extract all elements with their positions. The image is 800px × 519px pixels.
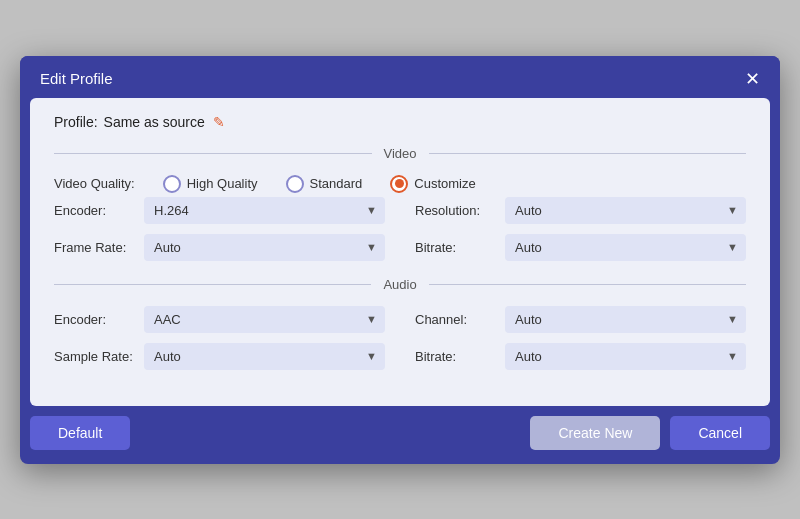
video-section-divider: Video xyxy=(54,146,746,161)
audio-samplerate-select-wrap: Auto 44100 48000 96000 ▼ xyxy=(144,343,385,370)
audio-channel-row: Channel: Auto Mono Stereo 5.1 ▼ xyxy=(415,306,746,333)
dialog-content: Profile: Same as source ✎ Video Video Qu… xyxy=(30,98,770,406)
profile-row: Profile: Same as source ✎ xyxy=(54,114,746,130)
profile-value: Same as source xyxy=(104,114,205,130)
audio-channel-select-wrap: Auto Mono Stereo 5.1 ▼ xyxy=(505,306,746,333)
audio-samplerate-label: Sample Rate: xyxy=(54,349,134,364)
radio-high-quality[interactable]: High Quality xyxy=(163,175,258,193)
video-quality-label: Video Quality: xyxy=(54,176,135,191)
edit-icon[interactable]: ✎ xyxy=(213,114,225,130)
video-form-grid: Encoder: H.264 H.265 MPEG-4 ▼ Resolution… xyxy=(54,197,746,261)
video-bitrate-select-wrap: Auto 1000k 2000k 4000k ▼ xyxy=(505,234,746,261)
video-framerate-row: Frame Rate: Auto 24 30 60 ▼ xyxy=(54,234,385,261)
audio-bitrate-select[interactable]: Auto 128k 192k 256k 320k xyxy=(505,343,746,370)
audio-form-grid: Encoder: AAC MP3 AC3 ▼ Channel: xyxy=(54,306,746,370)
default-button[interactable]: Default xyxy=(30,416,130,450)
audio-encoder-select-wrap: AAC MP3 AC3 ▼ xyxy=(144,306,385,333)
radio-outer-high xyxy=(163,175,181,193)
dialog-title: Edit Profile xyxy=(40,70,113,87)
video-resolution-row: Resolution: Auto 1920x1080 1280x720 ▼ xyxy=(415,197,746,224)
audio-bitrate-row: Bitrate: Auto 128k 192k 256k 320k ▼ xyxy=(415,343,746,370)
radio-high-quality-label: High Quality xyxy=(187,176,258,191)
title-bar: Edit Profile ✕ xyxy=(20,56,780,98)
dialog-footer: Default Create New Cancel xyxy=(20,416,780,464)
radio-standard[interactable]: Standard xyxy=(286,175,363,193)
video-resolution-label: Resolution: xyxy=(415,203,495,218)
audio-section-title: Audio xyxy=(371,277,428,292)
audio-bitrate-label: Bitrate: xyxy=(415,349,495,364)
profile-label: Profile: xyxy=(54,114,98,130)
video-resolution-select-wrap: Auto 1920x1080 1280x720 ▼ xyxy=(505,197,746,224)
audio-section: Audio Encoder: AAC MP3 AC3 ▼ xyxy=(54,277,746,370)
radio-standard-label: Standard xyxy=(310,176,363,191)
edit-profile-dialog: Edit Profile ✕ Profile: Same as source ✎… xyxy=(20,56,780,464)
video-bitrate-label: Bitrate: xyxy=(415,240,495,255)
radio-outer-customize xyxy=(390,175,408,193)
video-framerate-label: Frame Rate: xyxy=(54,240,134,255)
audio-section-divider: Audio xyxy=(54,277,746,292)
audio-encoder-label: Encoder: xyxy=(54,312,134,327)
video-bitrate-row: Bitrate: Auto 1000k 2000k 4000k ▼ xyxy=(415,234,746,261)
video-section: Video Video Quality: High Quality Standa… xyxy=(54,146,746,261)
footer-right-buttons: Create New Cancel xyxy=(530,416,770,450)
video-quality-group: Video Quality: High Quality Standard Cus… xyxy=(54,175,746,193)
audio-encoder-row: Encoder: AAC MP3 AC3 ▼ xyxy=(54,306,385,333)
close-button[interactable]: ✕ xyxy=(745,70,760,88)
video-encoder-select-wrap: H.264 H.265 MPEG-4 ▼ xyxy=(144,197,385,224)
radio-inner-customize xyxy=(395,179,404,188)
create-new-button[interactable]: Create New xyxy=(530,416,660,450)
audio-samplerate-select[interactable]: Auto 44100 48000 96000 xyxy=(144,343,385,370)
video-encoder-label: Encoder: xyxy=(54,203,134,218)
radio-outer-standard xyxy=(286,175,304,193)
cancel-button[interactable]: Cancel xyxy=(670,416,770,450)
audio-encoder-select[interactable]: AAC MP3 AC3 xyxy=(144,306,385,333)
video-resolution-select[interactable]: Auto 1920x1080 1280x720 xyxy=(505,197,746,224)
radio-customize[interactable]: Customize xyxy=(390,175,475,193)
video-framerate-select-wrap: Auto 24 30 60 ▼ xyxy=(144,234,385,261)
audio-channel-label: Channel: xyxy=(415,312,495,327)
video-bitrate-select[interactable]: Auto 1000k 2000k 4000k xyxy=(505,234,746,261)
audio-bitrate-select-wrap: Auto 128k 192k 256k 320k ▼ xyxy=(505,343,746,370)
audio-samplerate-row: Sample Rate: Auto 44100 48000 96000 ▼ xyxy=(54,343,385,370)
video-section-title: Video xyxy=(372,146,429,161)
audio-channel-select[interactable]: Auto Mono Stereo 5.1 xyxy=(505,306,746,333)
video-framerate-select[interactable]: Auto 24 30 60 xyxy=(144,234,385,261)
video-encoder-select[interactable]: H.264 H.265 MPEG-4 xyxy=(144,197,385,224)
radio-customize-label: Customize xyxy=(414,176,475,191)
video-encoder-row: Encoder: H.264 H.265 MPEG-4 ▼ xyxy=(54,197,385,224)
